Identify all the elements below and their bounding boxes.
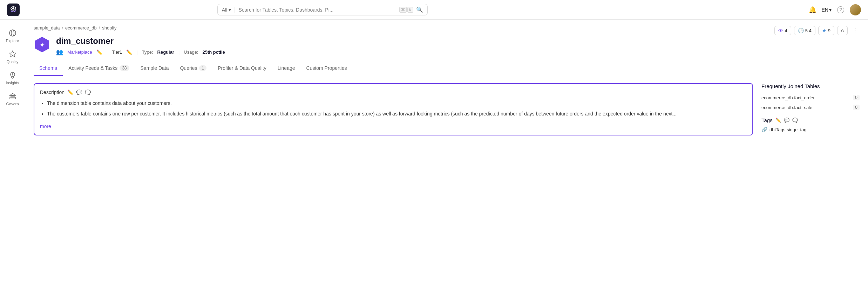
marketplace-label: Marketplace (67, 49, 92, 55)
desc-bullet-2: The customers table contains one row per… (47, 110, 747, 118)
tab-profiler-label: Profiler & Data Quality (218, 65, 266, 71)
tag-item-1: 🔗 dbtTags.singe_tag (761, 127, 860, 132)
tab-activity[interactable]: Activity Feeds & Tasks 38 (63, 61, 135, 76)
breadcrumb: sample_data / ecommerce_db / shopify (25, 20, 868, 33)
sidebar-item-quality-label: Quality (6, 60, 18, 64)
marketplace-edit-icon[interactable]: ✏️ (96, 49, 102, 55)
usage-label: Usage: (184, 49, 198, 55)
svg-text:✦: ✦ (39, 41, 45, 49)
meta-sep-3: | (178, 49, 179, 55)
entity-header: ✦ dim_customer 👥 Marketplace ✏️ | Tier1 … (25, 33, 868, 61)
lang-label: EN (822, 7, 828, 13)
joined-table-2-name[interactable]: ecommerce_db.fact_sale (761, 105, 812, 110)
watch-icon: 👁 (778, 28, 783, 33)
breadcrumb-sep-2: / (99, 25, 100, 31)
tab-profiler[interactable]: Profiler & Data Quality (212, 61, 272, 76)
tab-schema-label: Schema (39, 65, 57, 71)
tag-link-icon: 🔗 (761, 127, 767, 132)
sidebar: Explore Quality Insights (0, 20, 25, 299)
search-bar[interactable]: All ▾ ⌘ K 🔍 (217, 4, 428, 15)
tab-custom[interactable]: Custom Properties (301, 61, 353, 76)
description-edit-icon[interactable]: ✏️ (67, 89, 73, 95)
tab-queries-label: Queries (180, 65, 197, 71)
usage-value: 25th pctile (203, 49, 225, 55)
search-input[interactable] (238, 7, 399, 13)
lang-chevron-icon: ▾ (829, 7, 832, 13)
chevron-down-icon: ▾ (229, 7, 231, 13)
insights-icon (8, 71, 17, 79)
notification-icon[interactable]: 🔔 (809, 6, 816, 13)
govern-icon (8, 92, 17, 100)
logo-icon[interactable] (7, 4, 20, 16)
more-options-button[interactable]: ⋮ (850, 25, 860, 36)
joined-table-2-count: 0 (853, 105, 860, 110)
tier-label: Tier1 (112, 49, 122, 55)
sidebar-item-explore-label: Explore (6, 39, 19, 43)
top-header: All ▾ ⌘ K 🔍 🔔 EN ▾ ? (0, 0, 868, 20)
joined-tables-title: Frequently Joined Tables (761, 83, 860, 89)
content-area: sample_data / ecommerce_db / shopify 👁 4… (25, 20, 868, 299)
tier-edit-icon[interactable]: ✏️ (126, 49, 132, 55)
entity-title: dim_customer (56, 36, 860, 46)
header-right: 🔔 EN ▾ ? (809, 4, 861, 15)
search-icon[interactable]: 🔍 (416, 6, 423, 13)
description-suggest-icon[interactable]: 💬 (76, 89, 82, 95)
help-icon[interactable]: ? (837, 6, 844, 13)
tab-sample[interactable]: Sample Data (135, 61, 175, 76)
version-value: 5.4 (805, 28, 812, 33)
tags-section: Tags ✏️ 💬 🗨️ 🔗 dbtTags.singe_tag (761, 117, 860, 132)
avatar[interactable] (850, 4, 861, 15)
entity-owner-icon: 👥 (56, 49, 63, 55)
share-button[interactable]: ⎌ (837, 26, 848, 35)
star-stat[interactable]: ★ 9 (818, 26, 834, 35)
tab-queries[interactable]: Queries 1 (174, 61, 212, 76)
more-label: more (40, 124, 51, 129)
description-label: Description (40, 89, 65, 95)
breadcrumb-item-3[interactable]: shopify (102, 25, 116, 31)
watch-stat[interactable]: 👁 4 (774, 26, 791, 35)
sidebar-item-quality[interactable]: Quality (0, 46, 25, 67)
share-icon: ⎌ (841, 28, 844, 33)
meta-sep-2: | (136, 49, 137, 55)
type-label: Type: (142, 49, 153, 55)
tab-schema[interactable]: Schema (34, 61, 63, 76)
breadcrumb-item-2[interactable]: ecommerce_db (65, 25, 97, 31)
tags-comment-icon[interactable]: 🗨️ (792, 118, 798, 123)
version-stat[interactable]: 🕐 5.4 (794, 26, 815, 35)
explore-icon (8, 29, 17, 37)
joined-table-1-name[interactable]: ecommerce_db.fact_order (761, 95, 815, 100)
tags-suggest-icon[interactable]: 💬 (784, 118, 789, 123)
tag-name-1[interactable]: dbtTags.singe_tag (769, 127, 807, 132)
joined-table-1-count: 0 (853, 95, 860, 100)
sidebar-item-govern[interactable]: Govern (0, 88, 25, 109)
description-header: Description ✏️ 💬 🗨️ (40, 89, 747, 95)
quality-icon (8, 50, 17, 58)
description-comment-icon[interactable]: 🗨️ (85, 89, 91, 95)
clock-icon: 🕐 (798, 28, 804, 33)
language-selector[interactable]: EN ▾ (822, 7, 832, 13)
watch-count: 4 (785, 28, 787, 33)
right-panel: Frequently Joined Tables ecommerce_db.fa… (761, 83, 860, 141)
breadcrumb-sep-1: / (62, 25, 63, 31)
shortcut-letter: K (407, 7, 413, 13)
joined-table-2: ecommerce_db.fact_sale 0 (761, 105, 860, 110)
sidebar-item-insights[interactable]: Insights (0, 67, 25, 88)
tab-queries-badge: 1 (199, 65, 206, 71)
entity-icon: ✦ (34, 36, 50, 53)
tags-title: Tags (761, 117, 773, 123)
tab-sample-label: Sample Data (141, 65, 169, 71)
description-box: Description ✏️ 💬 🗨️ The dimension table … (34, 83, 753, 135)
search-type-label: All (222, 7, 228, 13)
breadcrumb-item-1[interactable]: sample_data (34, 25, 60, 31)
meta-sep-1: | (107, 49, 108, 55)
marketplace-link[interactable]: Marketplace (67, 49, 92, 55)
tab-lineage-label: Lineage (278, 65, 295, 71)
entity-meta: 👥 Marketplace ✏️ | Tier1 ✏️ | Type: Regu… (56, 49, 860, 55)
desc-bullet-1: The dimension table contains data about … (47, 99, 747, 107)
tab-lineage[interactable]: Lineage (272, 61, 301, 76)
more-link[interactable]: more (40, 124, 51, 129)
sidebar-item-explore[interactable]: Explore (0, 25, 25, 46)
tags-edit-icon[interactable]: ✏️ (775, 118, 781, 123)
main-layout: Explore Quality Insights (0, 20, 868, 299)
search-type-selector[interactable]: All ▾ (222, 7, 235, 13)
